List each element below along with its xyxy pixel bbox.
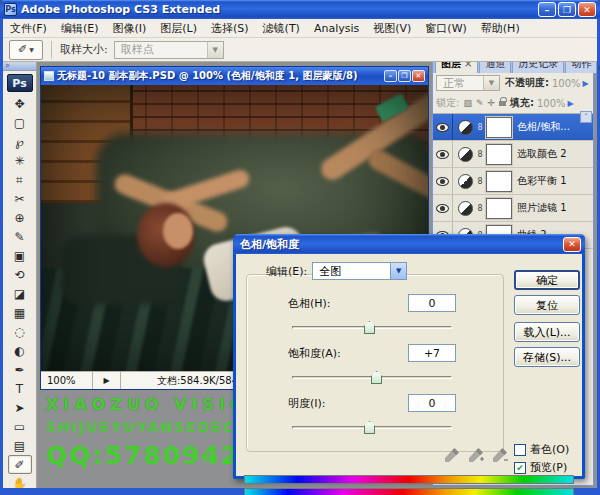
slice-tool[interactable]: ✂ bbox=[8, 189, 32, 208]
status-flyout-icon[interactable]: ▶ bbox=[93, 372, 121, 389]
menu-view[interactable]: 视图(V) bbox=[366, 19, 418, 38]
healing-brush-tool[interactable]: ⊕ bbox=[8, 208, 32, 227]
clone-stamp-tool[interactable]: ▣ bbox=[8, 246, 32, 265]
layer-mask-thumbnail[interactable] bbox=[486, 198, 512, 219]
colorize-checkbox[interactable] bbox=[514, 444, 526, 456]
magic-wand-tool[interactable]: ✳ bbox=[8, 151, 32, 170]
doc-restore-button[interactable]: ❐ bbox=[398, 70, 411, 82]
adjustment-layer-icon[interactable] bbox=[458, 120, 473, 135]
eye-icon[interactable] bbox=[436, 150, 449, 159]
path-select-tool[interactable]: ➤ bbox=[8, 398, 32, 417]
lock-transparency-icon[interactable]: ▨ bbox=[463, 98, 472, 108]
crop-tool[interactable]: ⌗ bbox=[8, 170, 32, 189]
eyedropper-icon[interactable] bbox=[444, 447, 460, 463]
close-button[interactable]: ✕ bbox=[578, 2, 596, 17]
visibility-cell[interactable] bbox=[433, 141, 453, 167]
gradient-tool[interactable]: ▦ bbox=[8, 303, 32, 322]
brush-tool[interactable]: ✎ bbox=[8, 227, 32, 246]
scroll-up-icon[interactable]: ˄ bbox=[580, 111, 592, 123]
menu-file[interactable]: 文件(F) bbox=[3, 19, 54, 38]
preview-checkbox[interactable]: ✔ bbox=[514, 462, 526, 474]
layer-row-selective-color[interactable]: 8 选取颜色 2 bbox=[433, 141, 593, 168]
type-tool[interactable]: T bbox=[8, 379, 32, 398]
hand-tool[interactable]: ✋ bbox=[8, 474, 32, 488]
document-titlebar[interactable]: 无标题-10 副本副本.PSD @ 100% (色相/饱和度 1, 图层蒙版/8… bbox=[41, 67, 428, 85]
colorize-label: 着色(O) bbox=[530, 442, 569, 457]
menu-analysis[interactable]: Analysis bbox=[307, 20, 366, 37]
layer-name[interactable]: 照片滤镜 1 bbox=[517, 201, 567, 215]
doc-close-button[interactable]: ✕ bbox=[412, 70, 425, 82]
menu-window[interactable]: 窗口(W) bbox=[418, 19, 473, 38]
saturation-input[interactable]: +7 bbox=[408, 344, 456, 362]
lock-all-icon[interactable] bbox=[499, 101, 506, 106]
save-button[interactable]: 存储(S)... bbox=[514, 347, 580, 367]
lightness-input[interactable]: 0 bbox=[408, 394, 456, 412]
layer-mask-thumbnail[interactable] bbox=[486, 144, 512, 165]
adjustment-layer-icon[interactable] bbox=[458, 174, 473, 189]
colorize-option[interactable]: 着色(O) bbox=[514, 442, 569, 457]
opacity-spinner-icon[interactable]: ▶ bbox=[583, 79, 589, 88]
saturation-slider[interactable] bbox=[292, 376, 452, 379]
shape-tool[interactable]: ▭ bbox=[8, 417, 32, 436]
zoom-level-field[interactable]: 100% bbox=[41, 372, 93, 389]
eyedropper-tool[interactable]: ✐ bbox=[8, 455, 32, 474]
edit-channel-select[interactable]: 全图 ▼ bbox=[312, 262, 407, 280]
layer-name[interactable]: 色彩平衡 1 bbox=[517, 174, 567, 188]
dialog-titlebar[interactable]: 色相/饱和度 ✕ bbox=[233, 234, 585, 254]
menu-filter[interactable]: 滤镜(T) bbox=[256, 19, 307, 38]
ok-button[interactable]: 确定 bbox=[514, 270, 580, 290]
eye-icon[interactable] bbox=[436, 177, 449, 186]
layer-mask-thumbnail[interactable] bbox=[486, 171, 512, 192]
menu-select[interactable]: 选择(S) bbox=[204, 19, 256, 38]
hue-slider[interactable] bbox=[292, 326, 452, 329]
fill-spinner-icon[interactable]: ▶ bbox=[568, 99, 574, 108]
layer-mask-thumbnail[interactable] bbox=[486, 117, 512, 138]
layer-row-hue-saturation[interactable]: 8 色相/饱和... bbox=[433, 114, 593, 141]
menu-edit[interactable]: 编辑(E) bbox=[54, 19, 106, 38]
sample-size-select[interactable]: 取样点 ▼ bbox=[114, 41, 224, 59]
load-button[interactable]: 载入(L)... bbox=[514, 322, 580, 342]
lightness-slider[interactable] bbox=[292, 426, 452, 429]
lasso-tool[interactable]: ℘ bbox=[8, 132, 32, 151]
eye-icon[interactable] bbox=[436, 204, 449, 213]
doc-minimize-button[interactable]: – bbox=[384, 70, 397, 82]
history-brush-tool[interactable]: ⟲ bbox=[8, 265, 32, 284]
adjustment-layer-icon[interactable] bbox=[458, 201, 473, 216]
menu-image[interactable]: 图像(I) bbox=[105, 19, 153, 38]
eye-icon[interactable] bbox=[436, 123, 449, 132]
reset-button[interactable]: 复位 bbox=[514, 295, 580, 315]
visibility-cell[interactable] bbox=[433, 195, 453, 221]
adjustment-layer-icon[interactable] bbox=[458, 147, 473, 162]
pen-tool[interactable]: ✒ bbox=[8, 360, 32, 379]
layer-row-color-balance[interactable]: 8 色彩平衡 1 bbox=[433, 168, 593, 195]
lock-position-icon[interactable]: ✛ bbox=[487, 98, 495, 108]
preview-option[interactable]: ✔ 预览(P) bbox=[514, 460, 567, 475]
layer-name[interactable]: 选取颜色 2 bbox=[517, 147, 567, 161]
maximize-button[interactable]: ❐ bbox=[558, 2, 576, 17]
menu-help[interactable]: 帮助(H) bbox=[474, 19, 527, 38]
menu-layer[interactable]: 图层(L) bbox=[153, 19, 204, 38]
notes-tool[interactable]: ▤ bbox=[8, 436, 32, 455]
marquee-tool[interactable]: ▢ bbox=[8, 113, 32, 132]
subtract-eyedropper-icon[interactable] bbox=[492, 447, 508, 463]
app-titlebar[interactable]: Ps Adobe Photoshop CS3 Extended – ❐ ✕ bbox=[0, 0, 600, 19]
blend-mode-select[interactable]: 正常 ▼ bbox=[436, 75, 500, 91]
layer-name[interactable]: 色相/饱和... bbox=[517, 120, 570, 134]
layer-row-photo-filter[interactable]: 8 照片滤镜 1 bbox=[433, 195, 593, 222]
current-tool-button[interactable]: ✐ ▼ bbox=[9, 40, 43, 60]
minimize-button[interactable]: – bbox=[538, 2, 556, 17]
toolbox-grip[interactable]: » bbox=[3, 62, 36, 71]
photoshop-window: » Ps ✥ ▢ ℘ ✳ ⌗ ✂ ⊕ ✎ ▣ ⟲ ◪ ▦ ◌ ◐ ✒ T ➤ ▭… bbox=[0, 0, 600, 495]
dodge-tool[interactable]: ◐ bbox=[8, 341, 32, 360]
add-eyedropper-icon[interactable] bbox=[468, 447, 484, 463]
fill-value[interactable]: 100% bbox=[537, 98, 566, 109]
blur-tool[interactable]: ◌ bbox=[8, 322, 32, 341]
eraser-tool[interactable]: ◪ bbox=[8, 284, 32, 303]
opacity-value[interactable]: 100% bbox=[552, 78, 581, 89]
hue-input[interactable]: 0 bbox=[408, 294, 456, 312]
visibility-cell[interactable] bbox=[433, 168, 453, 194]
lock-pixels-icon[interactable]: ✎ bbox=[476, 98, 484, 108]
visibility-cell[interactable] bbox=[433, 114, 453, 140]
dialog-close-button[interactable]: ✕ bbox=[563, 237, 581, 252]
move-tool[interactable]: ✥ bbox=[8, 94, 32, 113]
